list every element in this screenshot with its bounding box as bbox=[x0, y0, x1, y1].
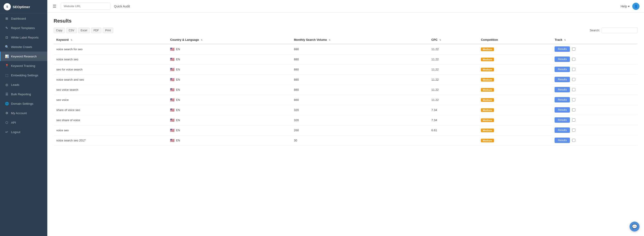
url-input[interactable] bbox=[61, 3, 110, 10]
cell-keyword-2: seo for voice search bbox=[54, 64, 167, 74]
chat-bubble[interactable]: 💬 bbox=[630, 222, 640, 232]
pdf-button[interactable]: PDF bbox=[91, 28, 101, 33]
search-input[interactable] bbox=[602, 28, 638, 33]
sidebar: S SEOptimer ⊞ Dashboard ✎ Report Templat… bbox=[0, 0, 47, 236]
sort-track-icon[interactable]: ⇅ bbox=[564, 39, 566, 41]
keyword-tracking-icon: 📍 bbox=[5, 64, 9, 68]
flag-icon-7: 🇺🇸 bbox=[170, 118, 174, 122]
csv-button[interactable]: CSV bbox=[66, 28, 77, 33]
copy-button[interactable]: Copy bbox=[54, 28, 65, 33]
cell-keyword-6: share of voice seo bbox=[54, 105, 167, 115]
sidebar-item-bulk-reporting[interactable]: ☰ Bulk Reporting bbox=[0, 90, 47, 99]
track-checkbox-8[interactable] bbox=[572, 128, 575, 132]
sidebar-item-website-crawls[interactable]: 🔍 Website Crawls bbox=[0, 42, 47, 52]
track-checkbox-6[interactable] bbox=[572, 108, 575, 112]
cell-lang-4: EN bbox=[176, 88, 180, 92]
sidebar-item-leads[interactable]: ◎ Leads bbox=[0, 80, 47, 90]
cell-cpc-8: 6.61 bbox=[429, 125, 478, 135]
track-checkbox-2[interactable] bbox=[572, 68, 575, 71]
cell-keyword-3: voice search and seo bbox=[54, 74, 167, 85]
results-button-8[interactable]: Results bbox=[554, 128, 570, 133]
sidebar-label-keyword-tracking: Keyword Tracking bbox=[11, 64, 35, 68]
cell-cpc-0: 11.22 bbox=[429, 44, 478, 54]
table-row: voice search for seo 🇺🇸 EN 880 11.22 Med… bbox=[54, 44, 638, 54]
track-checkbox-0[interactable] bbox=[572, 48, 575, 51]
print-button[interactable]: Print bbox=[103, 28, 113, 33]
cell-track-5: Results bbox=[552, 95, 638, 105]
cell-keyword-5: seo voice bbox=[54, 95, 167, 105]
white-label-reports-icon: ⊡ bbox=[5, 36, 9, 39]
sidebar-label-logout: Logout bbox=[11, 130, 20, 134]
report-templates-icon: ✎ bbox=[5, 26, 9, 30]
competition-badge-3: Medium bbox=[481, 78, 494, 82]
sidebar-label-report-templates: Report Templates bbox=[11, 26, 35, 30]
sidebar-item-white-label-reports[interactable]: ⊡ White Label Reports bbox=[0, 33, 47, 42]
cell-country-5: 🇺🇸 EN bbox=[167, 95, 291, 105]
sidebar-item-keyword-tracking[interactable]: 📍 Keyword Tracking bbox=[0, 61, 47, 70]
track-checkbox-5[interactable] bbox=[572, 98, 575, 101]
cell-track-3: Results bbox=[552, 74, 638, 85]
track-checkbox-1[interactable] bbox=[572, 58, 575, 61]
sort-cpc-icon[interactable]: ⇅ bbox=[439, 39, 441, 41]
cell-lang-5: EN bbox=[176, 98, 180, 102]
excel-button[interactable]: Excel bbox=[78, 28, 90, 33]
results-button-7[interactable]: Results bbox=[554, 117, 570, 123]
cell-track-1: Results bbox=[552, 54, 638, 64]
hamburger-button[interactable]: ☰ bbox=[52, 3, 57, 10]
sort-keyword-icon[interactable]: ⇅ bbox=[70, 39, 72, 41]
cell-competition-9: Medium bbox=[478, 135, 552, 146]
results-table: Keyword ⇅ Country & Language ⇅ Monthly S… bbox=[54, 36, 638, 146]
cell-volume-9: 30 bbox=[291, 135, 429, 146]
sidebar-item-domain-settings[interactable]: 🌐 Domain Settings bbox=[0, 99, 47, 108]
sort-country-icon[interactable]: ⇅ bbox=[201, 39, 202, 41]
track-checkbox-7[interactable] bbox=[572, 118, 575, 122]
track-checkbox-4[interactable] bbox=[572, 88, 575, 91]
col-keyword: Keyword ⇅ bbox=[54, 36, 167, 44]
cell-country-8: 🇺🇸 EN bbox=[167, 125, 291, 135]
sidebar-label-embedding-settings: Embedding Settings bbox=[11, 74, 38, 77]
results-button-3[interactable]: Results bbox=[554, 77, 570, 82]
sidebar-item-api[interactable]: ⬡ API bbox=[0, 118, 47, 127]
logout-icon: ↩ bbox=[5, 130, 9, 134]
sidebar-item-dashboard[interactable]: ⊞ Dashboard bbox=[0, 14, 47, 23]
cell-competition-6: Medium bbox=[478, 105, 552, 115]
track-checkbox-3[interactable] bbox=[572, 78, 575, 81]
content-area: Results Copy CSV Excel PDF Print Search:… bbox=[47, 12, 644, 236]
cell-lang-9: EN bbox=[176, 139, 180, 142]
table-body: voice search for seo 🇺🇸 EN 880 11.22 Med… bbox=[54, 44, 638, 146]
results-button-6[interactable]: Results bbox=[554, 107, 570, 112]
track-checkbox-9[interactable] bbox=[572, 139, 575, 142]
table-row: share of voice seo 🇺🇸 EN 320 7.34 Medium… bbox=[54, 105, 638, 115]
cell-volume-4: 880 bbox=[291, 85, 429, 95]
sidebar-item-keyword-research[interactable]: 📊 Keyword Research bbox=[0, 52, 47, 61]
cell-country-2: 🇺🇸 EN bbox=[167, 64, 291, 74]
sidebar-item-my-account[interactable]: ⚙ My Account bbox=[0, 108, 47, 118]
embedding-settings-icon: ⬚ bbox=[5, 74, 9, 77]
sort-volume-icon[interactable]: ⇅ bbox=[329, 39, 330, 41]
help-button[interactable]: Help ▾ bbox=[620, 4, 630, 8]
cell-keyword-9: voice search seo 2017 bbox=[54, 135, 167, 146]
sidebar-label-keyword-research: Keyword Research bbox=[11, 55, 37, 58]
cell-keyword-1: voice search seo bbox=[54, 54, 167, 64]
sidebar-item-report-templates[interactable]: ✎ Report Templates bbox=[0, 23, 47, 33]
cell-track-9: Results bbox=[552, 135, 638, 146]
cell-cpc-9 bbox=[429, 135, 478, 146]
user-avatar[interactable]: 👤 bbox=[632, 3, 640, 10]
table-header: Keyword ⇅ Country & Language ⇅ Monthly S… bbox=[54, 36, 638, 44]
results-button-2[interactable]: Results bbox=[554, 67, 570, 72]
col-track: Track ⇅ bbox=[552, 36, 638, 44]
results-button-4[interactable]: Results bbox=[554, 87, 570, 92]
table-row: seo voice 🇺🇸 EN 880 11.22 Medium Results bbox=[54, 95, 638, 105]
cell-lang-0: EN bbox=[176, 48, 180, 51]
col-monthly-search-volume: Monthly Search Volume ⇅ bbox=[291, 36, 429, 44]
table-row: seo share of voice 🇺🇸 EN 320 7.34 Medium… bbox=[54, 115, 638, 125]
sidebar-item-embedding-settings[interactable]: ⬚ Embedding Settings bbox=[0, 70, 47, 80]
results-button-5[interactable]: Results bbox=[554, 97, 570, 102]
logo-text: SEOptimer bbox=[12, 5, 30, 9]
cell-volume-2: 880 bbox=[291, 64, 429, 74]
sidebar-item-logout[interactable]: ↩ Logout bbox=[0, 127, 47, 137]
results-button-1[interactable]: Results bbox=[554, 56, 570, 62]
results-button-0[interactable]: Results bbox=[554, 46, 570, 52]
results-button-9[interactable]: Results bbox=[554, 138, 570, 143]
cell-cpc-3: 11.22 bbox=[429, 74, 478, 85]
